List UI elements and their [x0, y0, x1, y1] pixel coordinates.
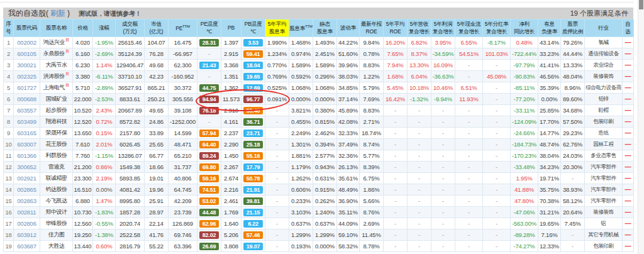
col-header-roe5y[interactable]: 5年平均ROE	[384, 19, 408, 37]
remove-stock-button[interactable]: —	[625, 209, 631, 216]
stock-name: 洪涛股份	[43, 74, 65, 80]
cell-payout5y: -	[483, 207, 511, 218]
remove-stock-button[interactable]: —	[625, 73, 631, 80]
cell-mcap: 76.28	[145, 48, 169, 60]
remove-stock-button[interactable]: —	[625, 231, 631, 238]
col-header-debt[interactable]: 有息负债率	[538, 19, 561, 37]
stock-code-link[interactable]: 002863	[17, 197, 36, 204]
stock-code-link[interactable]: 002325	[17, 73, 36, 80]
remove-stock-button[interactable]: —	[625, 107, 631, 114]
remove-stock-button[interactable]: —	[625, 163, 631, 170]
cell-profit5y: -9.94%	[431, 94, 455, 105]
stock-code-link[interactable]: 600105	[17, 50, 36, 57]
remove-stock-button[interactable]: —	[625, 118, 631, 125]
remove-stock-button[interactable]: —	[625, 141, 631, 148]
cell-profit_yoy: 41.88%	[511, 184, 538, 196]
stock-name: 联诚精密	[46, 175, 67, 181]
stock-code-link[interactable]: 603007	[17, 141, 36, 148]
cell-payout5y: 45.08%	[483, 71, 511, 82]
col-header-div5y[interactable]: 5年平均股息率	[265, 19, 289, 37]
col-header-change[interactable]: 涨幅	[93, 19, 116, 37]
col-header-pe[interactable]: PETTM	[169, 19, 197, 37]
cell-divttm: 1.179%	[289, 162, 313, 173]
cell-roe_latest: 8.74%	[360, 139, 384, 150]
col-header-rev5y[interactable]: 5年营收复合增长	[408, 19, 431, 37]
cell-divttm: 1.589%	[289, 60, 313, 71]
col-header-cash5y[interactable]: 5年现金流复合增长	[455, 19, 483, 37]
remove-stock-button[interactable]: —	[625, 39, 631, 46]
remove-stock-button[interactable]: —	[625, 152, 631, 159]
stock-code-link[interactable]: 002002	[17, 39, 36, 46]
cell-div5y: 1.234%	[265, 48, 289, 60]
col-header-payout5y[interactable]: 5年分红率复合增长	[483, 19, 511, 37]
col-header-roe_latest[interactable]: 最新年报ROE	[360, 19, 384, 37]
col-header-price[interactable]: 价格	[73, 19, 93, 37]
stock-code-link[interactable]: 603499	[17, 118, 36, 125]
cell-roe5y: 1.68%	[384, 71, 408, 82]
stock-code-link[interactable]: 002865	[17, 186, 36, 193]
remove-stock-button[interactable]: —	[625, 84, 631, 91]
remove-stock-button[interactable]: —	[625, 62, 631, 69]
col-header-profit_yoy[interactable]: 净利同比增长	[511, 19, 538, 37]
stock-code-link[interactable]: 300021	[17, 62, 36, 69]
col-header-divttm[interactable]: 股息率TTM	[289, 19, 313, 37]
scrollbar-track[interactable]	[638, 0, 644, 254]
pb_temp-badge: 3.53	[243, 39, 263, 47]
stock-code-link[interactable]: 603687	[17, 243, 36, 250]
col-header-pb_temp[interactable]: PB温度℃	[242, 19, 265, 37]
cell-profit5y: 16.09%	[431, 60, 455, 71]
stock-code-link[interactable]: 002921	[17, 175, 36, 182]
panel-title: 我的自选股( 刷新 ) 测试版，请谨慎参考！	[8, 8, 142, 19]
cell-div5y: -	[265, 105, 289, 116]
stock-code-link[interactable]: 603165	[17, 130, 36, 136]
stock-code-link[interactable]: 601727	[17, 84, 36, 91]
stock-code-link[interactable]: 002806	[17, 220, 36, 227]
cell-div_static: 2.462%	[313, 128, 337, 139]
table-row: 3300021大禹节水6.2301.14%129406.4749.6862.30…	[4, 60, 634, 71]
pb_temp-badge: 25.18	[243, 141, 263, 148]
cell-volatility: 34.85%	[337, 82, 360, 94]
cell-payout5y: -	[483, 116, 511, 128]
remove-stock-button[interactable]: —	[625, 96, 631, 102]
cell-divttm: 1.881%	[289, 150, 313, 162]
col-header-div_static[interactable]: 静态股息率	[313, 19, 337, 37]
col-header-name[interactable]: 股票名称	[40, 19, 73, 37]
remove-stock-button[interactable]: —	[625, 130, 631, 136]
col-header-pledge[interactable]: 股票质押比例	[561, 19, 585, 37]
cell-pe: 305.556	[169, 94, 197, 105]
col-header-volatility[interactable]: 波动率	[337, 19, 360, 37]
col-header-code[interactable]: 股票代码	[14, 19, 40, 37]
cell-div_static: 1.240%	[313, 207, 337, 218]
cell-price: 21.200	[73, 162, 93, 173]
refresh-link[interactable]: 刷新	[50, 8, 65, 19]
stock-code-link[interactable]: 601366	[17, 152, 36, 159]
col-header-pe_temp[interactable]: PE温度℃	[197, 19, 221, 37]
col-header-mcap[interactable]: 市值(亿元)	[145, 19, 169, 37]
stock-code-link[interactable]: 000688	[17, 96, 36, 102]
cell-price: 12.520	[73, 116, 93, 128]
stock-code-link[interactable]: 603912	[17, 231, 36, 238]
cell-industry: 综合电力设备商	[585, 82, 623, 94]
cell-seq: 7	[4, 105, 14, 116]
cell-name: 利群股份	[40, 150, 73, 162]
cell-action: —	[623, 150, 634, 162]
col-header-action[interactable]: 自选	[623, 19, 634, 37]
col-header-industry[interactable]: 行业	[585, 19, 623, 37]
cell-rev5y: -	[408, 229, 431, 241]
col-header-pb[interactable]: PB	[221, 19, 242, 37]
stock-code-link[interactable]: 603557	[17, 107, 36, 114]
col-header-turnover[interactable]: 成交额(万元)	[116, 19, 145, 37]
remove-stock-button[interactable]: —	[625, 50, 631, 57]
cell-div5y: -	[265, 139, 289, 150]
remove-stock-button[interactable]: —	[625, 220, 631, 227]
col-header-seq[interactable]: 序号	[4, 19, 14, 37]
cell-rev5y: 13.30%	[408, 60, 431, 71]
remove-stock-button[interactable]: —	[625, 197, 631, 204]
scrollbar-thumb[interactable]	[639, 0, 643, 9]
remove-stock-button[interactable]: —	[625, 175, 631, 182]
col-header-profit5y[interactable]: 5年利润复合增长	[431, 19, 455, 37]
stock-code-link[interactable]: 300652	[17, 163, 36, 170]
remove-stock-button[interactable]: —	[625, 186, 631, 193]
remove-stock-button[interactable]: —	[625, 243, 631, 250]
stock-code-link[interactable]: 002811	[18, 209, 36, 216]
